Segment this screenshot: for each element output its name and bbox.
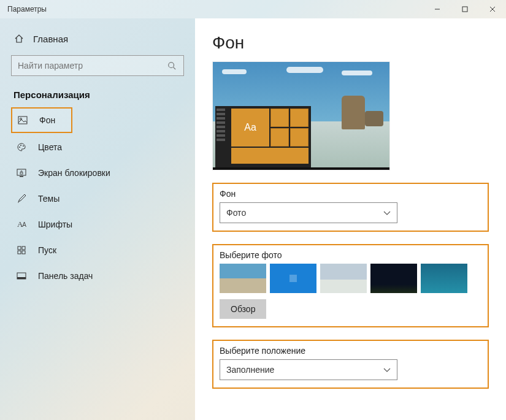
home-icon [13, 33, 25, 44]
svg-rect-15 [22, 246, 25, 250]
svg-rect-14 [18, 246, 21, 250]
svg-point-10 [23, 145, 24, 147]
start-icon [16, 245, 27, 256]
home-label: Главная [33, 34, 68, 44]
sidebar-item-label: Фон [39, 115, 55, 125]
window-title: Параметры [7, 5, 47, 13]
photo-thumbnail[interactable] [421, 264, 467, 293]
position-label: Выберите положение [220, 346, 481, 356]
choose-photo-section: Выберите фото Обзор [212, 244, 489, 327]
svg-rect-6 [18, 116, 27, 124]
svg-point-4 [169, 63, 174, 68]
preview-sample-tile: Aa [231, 109, 269, 147]
section-title: Персонализация [13, 90, 182, 100]
search-input-container[interactable] [11, 55, 184, 76]
svg-rect-1 [462, 7, 467, 12]
brush-icon [16, 193, 27, 204]
photo-thumbnail[interactable] [320, 264, 367, 293]
titlebar: Параметры [0, 0, 506, 18]
photo-thumbnail[interactable] [370, 264, 417, 293]
preview-start-menu: Aa [215, 106, 311, 167]
main-content: Фон Aa Фон [195, 18, 506, 420]
background-type-label: Фон [220, 189, 481, 199]
svg-rect-17 [22, 251, 25, 254]
sidebar-item-background[interactable]: Фон [11, 107, 72, 133]
sidebar-item-label: Темы [38, 194, 59, 204]
photo-thumbnail[interactable] [270, 264, 316, 293]
minimize-button[interactable] [423, 0, 451, 18]
chevron-down-icon [383, 365, 391, 375]
sidebar-item-label: Экран блокировки [38, 168, 110, 178]
browse-button[interactable]: Обзор [220, 299, 266, 319]
sidebar-item-colors[interactable]: Цвета [11, 136, 184, 159]
svg-rect-13 [20, 172, 23, 174]
sidebar-item-start[interactable]: Пуск [11, 239, 184, 262]
svg-line-5 [174, 67, 176, 70]
taskbar-icon [16, 270, 27, 281]
maximize-button[interactable] [451, 0, 478, 18]
choose-photo-label: Выберите фото [220, 250, 481, 260]
sidebar-item-lock-screen[interactable]: Экран блокировки [11, 161, 184, 185]
sidebar-item-label: Шрифты [38, 220, 72, 229]
sidebar: Главная Персонализация Фон Цвета Экран [0, 18, 195, 420]
picture-icon [17, 115, 28, 126]
sidebar-item-themes[interactable]: Темы [11, 187, 184, 210]
background-type-section: Фон Фото [212, 183, 489, 232]
sidebar-item-taskbar[interactable]: Панель задач [11, 264, 184, 288]
desktop-preview: Aa [212, 61, 390, 170]
chevron-down-icon [383, 208, 391, 218]
palette-icon [16, 142, 27, 153]
close-button[interactable] [478, 0, 506, 18]
sidebar-item-label: Цвета [38, 142, 62, 152]
svg-rect-12 [20, 176, 23, 177]
position-value: Заполнение [226, 365, 274, 375]
search-input[interactable] [18, 61, 166, 71]
page-title: Фон [212, 33, 489, 53]
svg-rect-16 [18, 251, 21, 254]
background-type-value: Фото [226, 208, 246, 218]
sidebar-item-label: Пуск [38, 245, 56, 255]
home-button[interactable]: Главная [11, 29, 184, 55]
lock-screen-icon [16, 167, 27, 178]
sidebar-item-label: Панель задач [38, 271, 93, 281]
svg-rect-19 [17, 277, 26, 279]
window-controls [423, 0, 506, 18]
position-section: Выберите положение Заполнение [212, 340, 489, 389]
svg-point-9 [20, 145, 21, 146]
svg-point-8 [19, 147, 20, 148]
background-type-select[interactable]: Фото [220, 202, 397, 223]
font-icon: AA [16, 219, 27, 230]
photo-thumbnail[interactable] [220, 264, 266, 293]
sidebar-item-fonts[interactable]: AA Шрифты [11, 213, 184, 236]
position-select[interactable]: Заполнение [220, 359, 397, 380]
search-icon [166, 60, 177, 71]
